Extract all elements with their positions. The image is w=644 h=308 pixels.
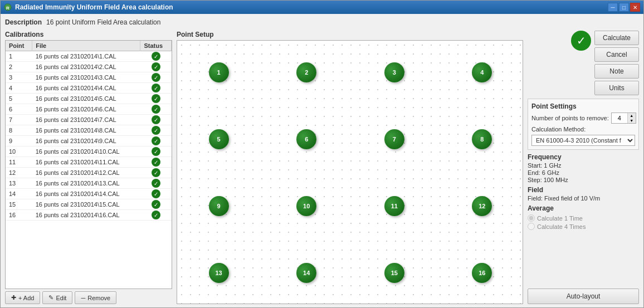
row-point: 12 [6,168,32,178]
point-circle[interactable]: 13 [209,263,229,283]
point-circle[interactable]: 8 [472,129,492,149]
close-button[interactable]: ✕ [630,3,640,12]
num-points-spinner[interactable]: ▲ ▼ [611,113,636,124]
main-content: Calibrations Point File Status 1 16 pu [5,31,639,304]
calibrations-table: Point File Status 1 16 punts cal 2310201… [6,41,172,221]
table-row[interactable]: 5 16 punts cal 23102014\5.CAL ✓ [6,94,172,104]
note-button[interactable]: Note [594,64,639,79]
description-label: Description [5,18,42,26]
avg-option2-radio[interactable] [528,223,535,230]
row-point: 14 [6,189,32,199]
row-point: 6 [6,104,32,115]
point-circle[interactable]: 16 [472,263,492,283]
table-row[interactable]: 1 16 punts cal 23102014\1.CAL ✓ [6,51,172,62]
point-circle[interactable]: 4 [472,62,492,82]
units-button[interactable]: Units [594,81,639,95]
field-value: Fixed field of 10 V/m [544,195,600,202]
frequency-group: Frequency Start: 1 GHz End: 6 GHz Step: … [528,153,639,184]
cancel-button[interactable]: Cancel [594,47,639,62]
title-bar: R Radiated Immunity Uniform Field Area c… [1,1,643,14]
calibrations-tbody: 1 16 punts cal 23102014\1.CAL ✓ 2 16 pun… [6,51,172,221]
row-status: ✓ [140,189,172,199]
point-circle[interactable]: 15 [384,263,404,283]
table-row[interactable]: 13 16 punts cal 23102014\13.CAL ✓ [6,178,172,189]
point-canvas[interactable]: 12345678910111213141516 [177,40,523,304]
avg-option1-label: Calculate 1 Time [537,215,583,222]
status-check-icon: ✓ [152,189,160,198]
table-row[interactable]: 12 16 punts cal 23102014\12.CAL ✓ [6,168,172,178]
table-row[interactable]: 14 16 punts cal 23102014\14.CAL ✓ [6,189,172,199]
maximize-button[interactable]: □ [619,3,629,12]
freq-step-row: Step: 100 MHz [528,177,639,183]
calibrations-table-container: Point File Status 1 16 punts cal 2310201… [5,40,172,289]
table-row[interactable]: 10 16 punts cal 23102014\10.CAL ✓ [6,146,172,157]
table-row[interactable]: 16 16 punts cal 23102014\16.CAL ✓ [6,210,172,221]
point-circle[interactable]: 5 [209,129,229,149]
add-button[interactable]: ✚ + Add [5,291,40,304]
point-circle[interactable]: 9 [209,196,229,216]
row-file: 16 punts cal 23102014\5.CAL [32,94,140,104]
calc-method-select[interactable]: EN 61000-4-3 2010 (Constant f EN 61000-4… [531,135,635,146]
point-circle[interactable]: 2 [296,62,316,82]
add-icon: ✚ [11,294,16,301]
point-circle[interactable]: 7 [384,129,404,149]
calculate-button[interactable]: Calculate [594,31,639,45]
row-point: 1 [6,51,32,62]
calibrations-panel: Calibrations Point File Status 1 16 pu [5,31,172,304]
table-row[interactable]: 15 16 punts cal 23102014\15.CAL ✓ [6,199,172,210]
row-point: 5 [6,94,32,104]
row-file: 16 punts cal 23102014\8.CAL [32,125,140,136]
minimize-button[interactable]: ─ [608,3,618,12]
remove-button[interactable]: ─ Remove [75,291,116,304]
table-row[interactable]: 2 16 punts cal 23102014\2.CAL ✓ [6,62,172,72]
row-file: 16 punts cal 23102014\3.CAL [32,72,140,83]
row-status: ✓ [140,136,172,146]
row-status: ✓ [140,146,172,157]
point-settings-group: Point Settings Number of points to remov… [528,99,639,150]
right-panel: ✓ Calculate Cancel Note Units Point Sett… [528,31,639,304]
table-row[interactable]: 3 16 punts cal 23102014\3.CAL ✓ [6,72,172,83]
svg-text:R: R [6,6,9,11]
table-row[interactable]: 9 16 punts cal 23102014\9.CAL ✓ [6,136,172,146]
description-row: Description 16 point Uniform Field Area … [5,17,639,27]
row-file: 16 punts cal 23102014\4.CAL [32,83,140,94]
row-status: ✓ [140,199,172,210]
table-row[interactable]: 7 16 punts cal 23102014\7.CAL ✓ [6,115,172,125]
field-group: Field Field: Fixed field of 10 V/m [528,186,639,202]
point-circle[interactable]: 6 [296,129,316,149]
table-row[interactable]: 6 16 punts cal 23102014\6.CAL ✓ [6,104,172,115]
table-row[interactable]: 4 16 punts cal 23102014\4.CAL ✓ [6,83,172,94]
point-circle[interactable]: 12 [472,196,492,216]
avg-option2-row: Calculate 4 Times [528,223,639,230]
frequency-title: Frequency [528,153,639,161]
remove-icon: ─ [81,295,85,301]
table-row[interactable]: 8 16 punts cal 23102014\8.CAL ✓ [6,125,172,136]
num-points-input[interactable] [612,114,627,122]
status-check-icon: ✓ [152,179,160,188]
average-title: Average [528,204,639,212]
main-window: R Radiated Immunity Uniform Field Area c… [0,0,644,308]
point-circle[interactable]: 1 [209,62,229,82]
num-points-row: Number of points to remove: ▲ ▼ [531,113,635,124]
point-circle[interactable]: 3 [384,62,404,82]
freq-start-row: Start: 1 GHz [528,162,639,169]
avg-option1-radio[interactable] [528,214,535,222]
row-point: 11 [6,157,32,168]
point-circle[interactable]: 11 [384,196,404,216]
status-check-icon: ✓ [152,105,160,114]
window-title: Radiated Immunity Uniform Field Area cal… [15,3,173,11]
row-file: 16 punts cal 23102014\14.CAL [32,189,140,199]
spin-down-button[interactable]: ▼ [628,118,636,123]
freq-end-value: 6 GHz [542,169,559,176]
point-circle[interactable]: 14 [296,263,316,283]
point-circle[interactable]: 10 [296,196,316,216]
row-point: 4 [6,83,32,94]
freq-start-value: 1 GHz [544,162,561,169]
auto-layout-button[interactable]: Auto-layout [528,289,639,304]
spinner-buttons: ▲ ▼ [627,113,636,123]
edit-button[interactable]: ✎ Edit [42,291,72,304]
field-title: Field [528,186,639,194]
freq-end-label: End: [528,169,540,176]
spin-up-button[interactable]: ▲ [628,113,636,118]
table-row[interactable]: 11 16 punts cal 23102014\11.CAL ✓ [6,157,172,168]
